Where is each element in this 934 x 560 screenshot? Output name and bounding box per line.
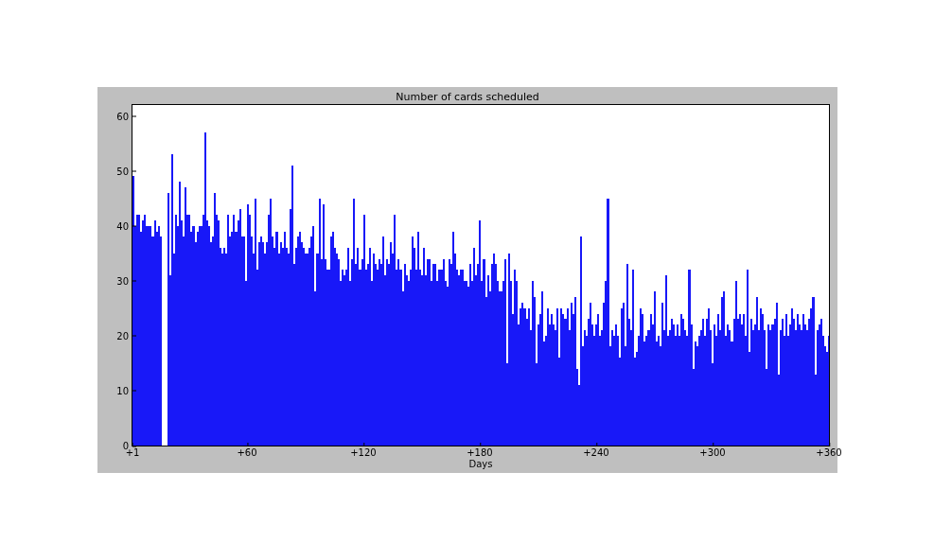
chart-ytick: 20 bbox=[116, 330, 132, 341]
chart-title: Number of cards scheduled bbox=[97, 91, 837, 103]
chart-plot-area bbox=[132, 105, 829, 446]
chart-xtick: +240 bbox=[583, 446, 608, 458]
chart-xlabel: Days bbox=[132, 459, 829, 469]
chart-bar bbox=[828, 336, 829, 446]
chart-xtick: +180 bbox=[467, 446, 492, 458]
chart-xtick: +120 bbox=[350, 446, 376, 458]
chart-ytick: 30 bbox=[116, 275, 132, 286]
chart-axes: Days 0102030405060+1+60+120+180+240+300+… bbox=[132, 104, 830, 446]
chart-ytick: 60 bbox=[116, 111, 132, 121]
chart-xtick: +1 bbox=[126, 446, 140, 458]
chart-bar bbox=[160, 236, 162, 446]
chart-ytick: 40 bbox=[116, 220, 132, 231]
chart-ytick: 50 bbox=[116, 166, 132, 176]
chart-xtick: +300 bbox=[699, 446, 725, 458]
chart-ytick: 10 bbox=[116, 385, 132, 395]
chart-xtick: +60 bbox=[237, 446, 256, 458]
chart-figure: Number of cards scheduled Days 010203040… bbox=[97, 87, 837, 473]
chart-xtick: +360 bbox=[816, 446, 841, 458]
chart-bars bbox=[132, 105, 829, 446]
